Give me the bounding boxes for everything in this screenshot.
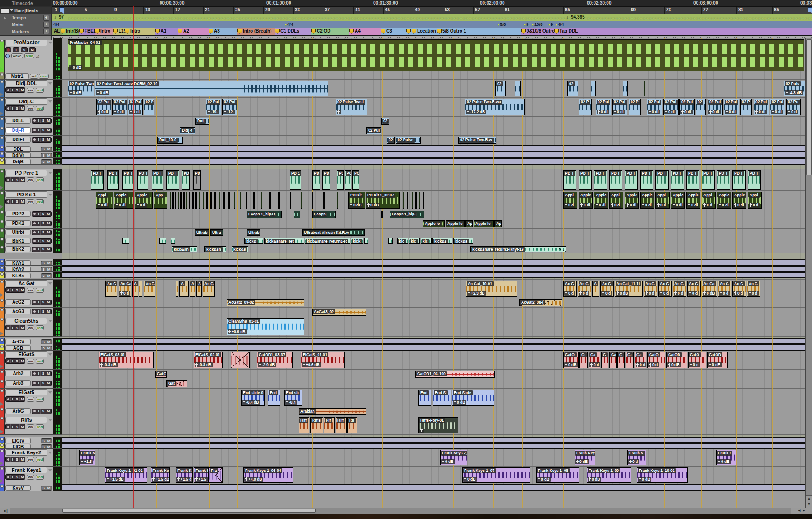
marker-intro-breath-[interactable]: Intro (Breath) <box>237 29 271 34</box>
audio-clip[interactable]: PD T <box>107 170 119 190</box>
clip-gain-badge[interactable]: 0 dB <box>69 90 82 95</box>
marker-c2-od[interactable]: C2 OD <box>311 29 331 34</box>
audio-clip-sliver[interactable] <box>261 192 262 209</box>
clip-gain-badge[interactable]: 0 d <box>659 291 670 296</box>
track-header-arbg[interactable]: ArbGISM <box>0 407 62 416</box>
audio-clip[interactable]: PD T <box>91 170 104 190</box>
solo-button[interactable]: S <box>14 288 19 292</box>
record-enable-button[interactable] <box>32 247 37 252</box>
track-view-selector[interactable]: wv <box>27 359 34 364</box>
audio-clip[interactable]: 02 Pulse <box>396 137 421 144</box>
solo-button[interactable]: S <box>41 340 46 344</box>
solo-mute-buttons[interactable]: SM <box>41 486 52 491</box>
clip-gain-badge[interactable]: 0 d <box>719 291 730 296</box>
record-enable-button[interactable] <box>6 88 11 92</box>
marker-intr-br-[interactable]: Intr(Br) <box>61 29 81 34</box>
audio-clip[interactable]: Frank Key+1.5 dB <box>151 467 170 483</box>
track-name[interactable]: Didj-C <box>5 98 47 105</box>
audio-clip-sliver[interactable] <box>170 192 171 209</box>
solo-button[interactable]: S <box>41 138 46 142</box>
audio-clip[interactable]: Appl0 d <box>609 192 623 209</box>
audio-clip-sliver[interactable] <box>323 192 325 209</box>
audio-clip-sliver[interactable] <box>253 192 255 209</box>
solo-button[interactable]: S <box>14 88 19 92</box>
audio-clip[interactable]: Frank Keys 1_01-01+1.5 dB <box>105 467 147 483</box>
input-monitor-button[interactable]: I <box>37 119 41 123</box>
clip-gain-badge[interactable]: -19. <box>207 110 219 114</box>
track-show-automation-arrow[interactable] <box>0 205 3 209</box>
audio-clip[interactable]: Frank Ke+1.5 d <box>176 467 193 483</box>
track-header-arb2[interactable]: Arb2ISM <box>0 370 62 379</box>
rec-input-solo-mute-buttons[interactable]: ISM <box>5 199 25 204</box>
audio-clip-sliver[interactable] <box>381 211 383 218</box>
record-enable-button[interactable] <box>6 106 11 110</box>
track-lane-didj-ddl[interactable]: 02 Pulse Two.l0 dB02 Pulse Two.L.wav-DCR… <box>62 80 805 98</box>
audio-clip[interactable]: 02 Pul0 dl <box>612 99 627 115</box>
solo-button[interactable]: S <box>14 424 19 429</box>
clip-gain-badge[interactable]: 0 dB <box>349 203 363 208</box>
rec-input-solo-mute-buttons[interactable]: ISM <box>5 474 25 480</box>
track-header-didj-c[interactable]: Didj-CISMwvred <box>0 98 62 117</box>
audio-clip[interactable]: Ac Ga0 d <box>119 281 131 297</box>
audio-clip[interactable]: Frank Keys 1_070 dB <box>462 467 530 483</box>
audio-clip[interactable] <box>294 211 300 218</box>
audio-clip[interactable]: GatO0 d <box>688 352 706 368</box>
mute-button[interactable]: M <box>20 397 25 401</box>
track-header-elgat5[interactable]: ElGat5ISMwvred <box>0 389 62 407</box>
audio-clip[interactable]: 02 Pu0 d <box>786 99 801 115</box>
rec-input-solo-mute-buttons[interactable]: ISM <box>5 105 25 111</box>
audio-clip-sliver[interactable] <box>240 192 241 209</box>
track-view-selector[interactable]: wave <box>11 53 23 58</box>
rec-input-solo-mute-buttons[interactable]: ISM <box>5 424 25 429</box>
input-monitor-button[interactable]: I <box>37 221 41 226</box>
input-monitor-button[interactable]: I <box>37 138 41 142</box>
automation-mode-selector[interactable]: red <box>36 177 44 182</box>
audio-clip[interactable]: GatO0 d <box>647 352 665 368</box>
audio-clip-sliver[interactable] <box>178 192 179 209</box>
solo-button[interactable]: S <box>41 119 46 123</box>
input-monitor-button[interactable]: I <box>37 309 41 314</box>
audio-clip[interactable]: App <box>154 192 167 209</box>
clip-gain-badge[interactable]: 0 dl <box>97 110 109 114</box>
audio-clip[interactable]: Apple0 dl <box>594 192 608 209</box>
clip-gain-badge[interactable]: 0 d <box>136 203 147 208</box>
clip-gain-badge[interactable]: +1.5 dB <box>152 477 170 482</box>
input-monitor-button[interactable]: I <box>37 128 41 133</box>
input-monitor-button[interactable]: I <box>37 371 41 376</box>
rec-input-solo-mute-buttons[interactable]: ISM <box>5 457 25 462</box>
mute-button[interactable]: M <box>20 475 25 479</box>
clip-gain-badge[interactable]: 0 dB <box>575 459 589 464</box>
audio-clip[interactable]: GatOl <box>155 371 167 378</box>
rec-input-solo-mute-buttons[interactable]: ISM <box>5 325 25 330</box>
record-enable-button[interactable] <box>32 212 37 216</box>
track-header-elgtv[interactable]: ElGtVSM <box>0 437 62 443</box>
audio-clip[interactable]: Ac G <box>105 281 117 297</box>
audio-clip[interactable]: 02 P <box>629 99 641 115</box>
track-lane-pd-kit-1[interactable]: Appl0 dlApple0 dlApple0 dAppPD Kit0 dBPD… <box>62 191 805 210</box>
track-lane-frank-keys1[interactable]: Frank Keys 1_01-01+1.5 dBFrank Key+1.5 d… <box>62 467 805 484</box>
track-lane-arb3[interactable]: Gat <box>62 379 805 389</box>
track-view-selector[interactable]: wv <box>27 106 34 111</box>
input-monitor-button[interactable]: I <box>11 199 14 204</box>
vertical-scrollbar[interactable]: ▲▼ <box>805 38 812 508</box>
audio-clip[interactable]: Didj <box>195 118 209 125</box>
record-enable-button[interactable] <box>32 230 37 235</box>
audio-clip[interactable]: PD Kit 1_02-070 dB <box>366 192 400 209</box>
input-monitor-button[interactable]: I <box>11 177 14 182</box>
rec-input-solo-mute-buttons[interactable]: ISM <box>32 221 52 226</box>
audio-clip[interactable]: PD T <box>686 170 699 190</box>
audio-clip-sliver[interactable] <box>223 192 225 209</box>
solo-button[interactable]: S <box>14 457 19 462</box>
solo-button[interactable]: S <box>41 445 46 449</box>
audio-clip[interactable]: Frank Keys 1_06-04+4.0 dB <box>243 467 293 483</box>
audio-clip[interactable]: 02 <box>495 81 506 96</box>
marker-l19[interactable]: L19 <box>113 29 126 34</box>
audio-clip[interactable]: kick&snare_return1-R <box>305 238 350 244</box>
audio-clip-sliver[interactable] <box>175 192 176 209</box>
audio-clip[interactable]: Ril <box>347 417 357 433</box>
audio-clip[interactable]: kick& <box>244 238 263 244</box>
audio-clip-sliver[interactable] <box>312 192 313 209</box>
rec-input-solo-mute-buttons[interactable]: ISM <box>32 309 52 314</box>
track-lane-elgtv[interactable] <box>62 437 805 443</box>
edit-selection-flag[interactable] <box>59 7 64 14</box>
